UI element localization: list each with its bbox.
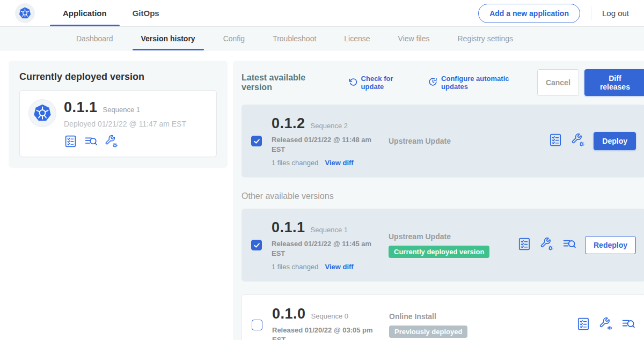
diff-releases-button[interactable]: Diff releases [584, 69, 644, 96]
previously-deployed-badge: Previously deployed [389, 326, 467, 338]
refresh-icon [349, 78, 357, 88]
deploy-button[interactable]: Deploy [594, 132, 636, 150]
redeploy-button[interactable]: Redeploy [585, 236, 636, 254]
files-changed-label: 1 files changed [272, 263, 318, 271]
version-source-label: Upstream Update [389, 137, 517, 145]
other-available-versions-title: Other available versions [241, 191, 644, 201]
deployed-version-number: 0.1.1 [64, 99, 98, 116]
check-for-update-label: Check for update [361, 75, 418, 91]
version-card-0-1-0: 0.1.0 Sequence 0 Released 01/20/22 @ 03:… [241, 294, 644, 340]
tab-registry-settings[interactable]: Registry settings [443, 27, 526, 50]
wrench-eye-icon[interactable] [599, 317, 613, 333]
tab-troubleshoot[interactable]: Troubleshoot [259, 27, 330, 50]
cancel-button[interactable]: Cancel [537, 69, 579, 96]
top-nav: Application GitOps Add a new application… [0, 0, 644, 27]
checklist-icon[interactable] [576, 317, 590, 333]
kubernetes-app-icon [28, 99, 56, 127]
released-timestamp: Released 01/21/22 @ 11:48 am EST [272, 135, 379, 154]
version-source-label: Upstream Update [389, 232, 517, 241]
top-nav-tabs: Application GitOps [50, 0, 172, 26]
version-number: 0.1.0 [272, 306, 306, 322]
tab-application[interactable]: Application [50, 0, 120, 26]
sequence-label: Sequence 0 [311, 312, 348, 320]
tab-dashboard[interactable]: Dashboard [62, 27, 127, 50]
currently-deployed-badge: Currently deployed version [389, 246, 489, 258]
checklist-icon[interactable] [64, 135, 77, 148]
version-history-panel: Latest available version Check for updat… [233, 61, 644, 340]
diff-search-icon[interactable] [562, 237, 576, 253]
configure-automatic-updates-label: Configure automatic updates [441, 75, 537, 91]
latest-available-title: Latest available version [241, 73, 338, 92]
deployed-timestamp: Deployed 01/21/22 @ 11:47 am EST [64, 120, 186, 128]
sequence-label: Sequence 1 [311, 226, 348, 234]
files-changed-label: 1 files changed [272, 159, 318, 167]
sequence-label: Sequence 2 [311, 122, 348, 130]
version-source-label: Online Install [389, 312, 518, 321]
diff-search-icon[interactable] [84, 135, 98, 148]
tab-view-files[interactable]: View files [384, 27, 444, 50]
view-diff-link[interactable]: View diff [325, 263, 353, 271]
released-timestamp: Released 01/20/22 @ 03:05 pm EST [272, 326, 379, 340]
version-card-0-1-2: 0.1.2 Sequence 2 Released 01/21/22 @ 11:… [241, 105, 644, 178]
currently-deployed-panel: Currently deployed version 0.1.1 Sequenc… [9, 61, 228, 168]
wrench-gear-icon[interactable] [105, 135, 118, 148]
kubernetes-logo-icon [15, 3, 35, 23]
tab-license[interactable]: License [330, 27, 384, 50]
tab-config[interactable]: Config [209, 27, 259, 50]
wrench-gear-icon[interactable] [540, 237, 554, 253]
app-logo [15, 0, 35, 26]
diff-search-icon[interactable] [621, 317, 635, 333]
version-checkbox[interactable] [252, 320, 262, 330]
configure-automatic-updates-link[interactable]: Configure automatic updates [428, 75, 537, 91]
currently-deployed-title: Currently deployed version [19, 71, 217, 83]
app-sub-nav: Dashboard Version history Config Trouble… [0, 27, 644, 50]
wrench-gear-icon[interactable] [571, 133, 585, 149]
view-diff-link[interactable]: View diff [325, 159, 353, 167]
checklist-icon[interactable] [517, 237, 531, 253]
nav-divider [591, 6, 591, 20]
deployed-version-card: 0.1.1 Sequence 1 Deployed 01/21/22 @ 11:… [19, 90, 217, 157]
add-new-application-button[interactable]: Add a new application [478, 4, 580, 23]
released-timestamp: Released 01/21/22 @ 11:45 am EST [272, 239, 379, 258]
version-card-0-1-1: 0.1.1 Sequence 1 Released 01/21/22 @ 11:… [241, 209, 644, 282]
version-checkbox[interactable] [251, 240, 262, 250]
version-number: 0.1.1 [272, 219, 305, 236]
version-number: 0.1.2 [272, 115, 305, 132]
schedule-update-icon [428, 77, 437, 88]
checklist-icon[interactable] [548, 133, 562, 149]
logout-link[interactable]: Log out [602, 9, 629, 18]
tab-gitops[interactable]: GitOps [120, 0, 172, 26]
deployed-sequence-label: Sequence 1 [103, 106, 140, 114]
version-checkbox[interactable] [251, 136, 262, 146]
tab-version-history[interactable]: Version history [127, 27, 209, 50]
check-for-update-link[interactable]: Check for update [349, 75, 418, 91]
